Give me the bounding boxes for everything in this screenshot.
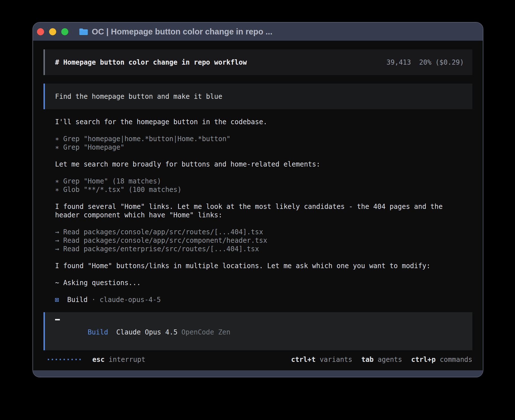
spinner-dot [52,359,53,360]
terminal-content: # Homepage button color change in repo w… [33,41,483,370]
agent-square-icon [55,298,59,302]
input-footer: BuildClaude Opus 4.5OpenCode Zen [55,320,462,344]
token-count: 39,413 [387,58,411,66]
busy-spinner-dots [48,359,81,360]
tool-call-line: ∗ Grep "homepage|home.*button|Home.*butt… [55,135,472,143]
shortcut-label: commands [436,356,472,364]
agent-name: Build [67,296,88,304]
blank-line [55,126,472,135]
window-title: OC | Homepage button color change in rep… [92,27,272,36]
user-message-text: Find the homepage button and make it blu… [55,93,222,100]
zoom-button[interactable] [61,28,68,35]
assistant-transcript: I'll search for the homepage button in t… [43,118,472,304]
window-bottom-edge [33,370,483,377]
agent-status-row: Build·claude-opus-4-5 [55,296,472,304]
message-input[interactable]: BuildClaude Opus 4.5OpenCode Zen [43,312,472,350]
shortcut-label: variants [316,356,352,364]
assistant-text-line: I found "Home" buttons/links in multiple… [55,262,472,270]
shortcut-hint: esc interrupt [92,356,145,364]
assistant-text-line: I'll search for the homepage button in t… [55,118,472,126]
session-stats: 39,41320%($0.29) [387,58,464,66]
blank-line [55,253,472,262]
tool-call-line: ∗ Grep "Home" (18 matches) [55,177,472,185]
shortcut-hint: tab agents [361,356,402,364]
shortcut-key: tab [361,356,374,364]
assistant-text-line: Let me search more broadly for buttons a… [55,160,472,169]
shortcut-hint: ctrl+p commands [411,356,472,364]
tool-call-line: → Read packages/console/app/src/componen… [55,236,472,245]
terminal-window: OC | Homepage button color change in rep… [32,22,483,377]
shortcut-key: ctrl+t [291,356,316,364]
spinner-dot [60,359,61,360]
spinner-dot [79,359,81,360]
spinner-dot [71,359,73,360]
input-provider-label: OpenCode Zen [182,328,230,336]
spinner-dot [56,359,57,360]
agent-model: claude-opus-4-5 [100,296,161,304]
shortcut-key: ctrl+p [411,356,436,364]
tool-call-line: → Read packages/enterprise/src/routes/[.… [55,245,472,253]
spinner-dot [48,359,49,360]
input-model-label[interactable]: Claude Opus 4.5 [116,328,178,336]
tool-call-line: ∗ Glob "**/*.tsx" (100 matches) [55,185,472,194]
session-title: # Homepage button color change in repo w… [55,58,247,66]
input-agent-label[interactable]: Build [88,328,108,336]
spinner-dot [64,359,65,360]
shortcut-label: agents [374,356,402,364]
tool-call-line: ∗ Grep "Homepage" [55,143,472,152]
assistant-text-line: I found several "Home" links. Let me loo… [55,202,472,211]
left-shortcut-hints: esc interrupt [92,356,145,364]
close-button[interactable] [37,28,44,35]
assistant-text-line: header component which have "Home" links… [55,211,472,219]
right-shortcut-hints: ctrl+t variantstab agentsctrl+p commands [291,356,472,364]
spinner-dot [75,359,77,360]
folder-icon [79,28,88,36]
blank-line [55,219,472,228]
blank-line [55,270,472,279]
window-titlebar[interactable]: OC | Homepage button color change in rep… [33,23,483,41]
session-header: # Homepage button color change in repo w… [43,49,472,75]
user-message: Find the homepage button and make it blu… [43,84,472,109]
spinner-dot [67,359,69,360]
window-controls [37,28,68,35]
minimize-button[interactable] [49,28,56,35]
status-bar: esc interrupt ctrl+t variantstab agentsc… [43,350,472,370]
session-cost: ($0.29) [435,58,464,66]
blank-line [55,287,472,296]
blank-line [55,169,472,177]
shortcut-key: esc [92,356,104,364]
shortcut-label: interrupt [104,356,145,364]
shortcut-hint: ctrl+t variants [291,356,352,364]
dot-separator: · [91,296,95,304]
tool-call-line: → Read packages/console/app/src/routes/[… [55,228,472,236]
context-percent: 20% [419,58,431,66]
assistant-text-line: ~ Asking questions... [55,279,472,287]
blank-line [55,194,472,202]
blank-line [55,152,472,160]
